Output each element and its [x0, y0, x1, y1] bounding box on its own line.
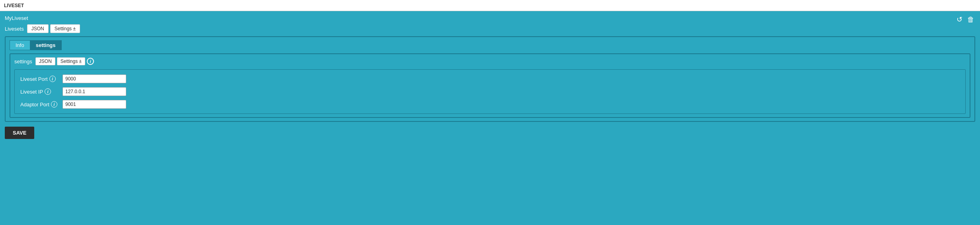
liveset-port-input[interactable] — [63, 74, 126, 83]
tab-settings[interactable]: Settings ± — [50, 24, 80, 33]
adaptor-port-label: Adaptor Port i — [20, 101, 60, 108]
refresh-button[interactable]: ↺ — [956, 15, 963, 24]
save-button[interactable]: SAVE — [5, 127, 34, 139]
liveset-ip-info-icon[interactable]: i — [45, 88, 51, 95]
top-right-icons: ↺ 🗑 — [956, 15, 975, 24]
save-bar: SAVE — [5, 127, 975, 139]
fields-container: Liveset Port i Liveset IP i Ad — [14, 69, 966, 114]
settings-json-tab[interactable]: JSON — [35, 57, 55, 65]
settings-tab-bar: settings JSON Settings ± i — [14, 57, 966, 65]
inner-panel: Info settings settings JSON Settings ± i… — [5, 36, 975, 122]
refresh-icon: ↺ — [957, 16, 962, 23]
adaptor-port-info-icon[interactable]: i — [51, 101, 57, 108]
top-bar: LIVESET — [0, 0, 980, 11]
livesets-label: Livesets — [5, 26, 24, 32]
tab-bar: Livesets JSON Settings ± — [5, 24, 975, 33]
liveset-port-info-icon[interactable]: i — [49, 76, 56, 82]
liveset-port-label: Liveset Port i — [20, 76, 60, 82]
settings-panel: settings JSON Settings ± i Liveset Port … — [10, 53, 970, 118]
tab-json[interactable]: JSON — [27, 24, 49, 33]
settings-info-icon[interactable]: i — [87, 58, 94, 65]
app-title: LIVESET — [4, 3, 24, 8]
main-container: MyLiveset ↺ 🗑 Livesets JSON Settings ± I… — [0, 11, 980, 225]
inner-tabs: Info settings — [10, 40, 970, 50]
field-row-liveset-ip: Liveset IP i — [20, 87, 960, 96]
inner-tab-settings[interactable]: settings — [30, 40, 62, 50]
adaptor-port-input[interactable] — [63, 100, 126, 109]
settings-section-label: settings — [14, 59, 32, 65]
settings-settings-tab[interactable]: Settings ± — [57, 57, 85, 65]
main-title: MyLiveset — [5, 15, 975, 21]
field-row-adaptor-port: Adaptor Port i — [20, 100, 960, 109]
inner-tab-info[interactable]: Info — [10, 40, 30, 50]
liveset-ip-label: Liveset IP i — [20, 88, 60, 95]
delete-button[interactable]: 🗑 — [966, 15, 975, 24]
trash-icon: 🗑 — [967, 16, 974, 23]
liveset-ip-input[interactable] — [63, 87, 126, 96]
field-row-liveset-port: Liveset Port i — [20, 74, 960, 83]
